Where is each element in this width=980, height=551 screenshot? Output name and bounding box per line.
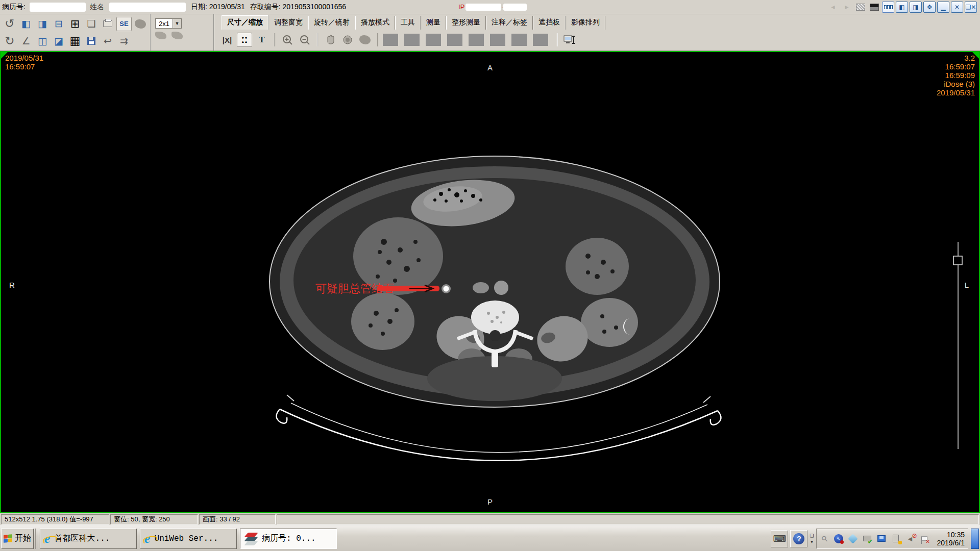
roi-blob-icon[interactable]	[357, 33, 373, 47]
dither-pattern-icon[interactable]	[854, 2, 867, 13]
internet-explorer-icon: e	[144, 531, 151, 546]
slice-position-handle[interactable]	[953, 256, 962, 265]
redacted-record-number	[30, 3, 86, 12]
close-icon[interactable]: ✕	[951, 2, 963, 13]
contrast-invert-icon[interactable]	[868, 2, 880, 13]
start-button-label: 开始	[15, 533, 31, 544]
nav-back-icon[interactable]: ◄	[827, 2, 839, 13]
window-preset-7[interactable]	[511, 34, 527, 46]
tray-clock[interactable]: 10:35 2019/6/1	[934, 531, 965, 547]
panel-b-icon[interactable]: ◪	[51, 34, 66, 48]
tab-image-arrange[interactable]: 影像排列	[566, 16, 605, 30]
true-size-button[interactable]: T	[254, 33, 270, 47]
fullscreen-icon[interactable]: ✥	[923, 2, 936, 13]
toolbar-icon-block: ↺ ◧ ◨ ⊟ ⊞ ❏ SE ↻ ∠ ◫ ◪ ▦ ↩ ⇉	[0, 14, 151, 51]
layout-grid-2x2-icon[interactable]: ⊞	[67, 17, 83, 31]
titlebar-buttons: ◄ ► ◧ ◨ ✥ ▁ ✕ ❏✕	[827, 2, 977, 13]
status-frame-counter: 画面: 33 / 92	[199, 514, 276, 524]
rotate-icon[interactable]: ↻	[2, 34, 17, 48]
ct-image[interactable]: 可疑胆总管结石	[1, 52, 979, 512]
tab-annotation-label[interactable]: 注释／标签	[486, 16, 533, 30]
window-preset-5[interactable]	[469, 34, 484, 46]
pan-hand-icon[interactable]	[323, 33, 338, 47]
help-tray-button[interactable]: ?	[790, 530, 807, 547]
layout-split-bottom-icon[interactable]: ⊟	[51, 17, 66, 31]
undo-icon[interactable]: ↺	[2, 17, 17, 31]
image-viewport[interactable]: 2019/05/31 16:59:07 3.2 16:59:07 16:59:0…	[0, 51, 980, 513]
pixel-size-button[interactable]: |X|	[219, 33, 235, 47]
magnify-glass-icon[interactable]	[340, 33, 355, 47]
overlay-time1: 16:59:07	[937, 62, 975, 71]
zoom-out-icon[interactable]	[297, 33, 312, 47]
help-icon: ?	[793, 533, 804, 544]
caliper-icon[interactable]: ∠	[18, 34, 34, 48]
volume-muted-icon[interactable]: ◄	[905, 534, 915, 543]
error-flag-icon[interactable]	[920, 534, 929, 543]
tab-window-level[interactable]: 调整窗宽	[268, 16, 308, 30]
split-view-icon[interactable]: ◧	[896, 2, 908, 13]
restore-windows-icon[interactable]: ❏	[810, 533, 814, 538]
network-display-icon[interactable]	[877, 534, 887, 543]
status-window-level: 窗位: 50, 窗宽: 250	[110, 514, 198, 524]
tab-measure[interactable]: 测量	[421, 16, 446, 30]
task-button-uniweb[interactable]: e UniWeb Ser...	[140, 529, 237, 549]
filmstrip-view-icon[interactable]	[882, 2, 894, 13]
layout-split-left-icon[interactable]: ◧	[18, 17, 34, 31]
copy-series-icon[interactable]: ❏	[84, 17, 99, 31]
tray-mini-buttons: ❏ ▾	[810, 533, 814, 544]
window-preset-2[interactable]	[404, 34, 420, 46]
show-desktop-button[interactable]	[971, 529, 979, 549]
tray-expand-icon[interactable]: ▾	[811, 539, 813, 544]
sort-images-icon[interactable]: ⇉	[116, 34, 132, 48]
layout-selector[interactable]: 2x1 ▼	[155, 18, 182, 29]
tab-tools[interactable]: 工具	[395, 16, 421, 30]
tab-rotate-mirror[interactable]: 旋转／镜射	[308, 16, 355, 30]
window-preset-8[interactable]	[533, 34, 548, 46]
print-icon[interactable]	[100, 17, 115, 31]
search-tray-icon[interactable]: ⚲	[820, 534, 829, 543]
redacted-ip	[465, 4, 501, 11]
fit-to-window-button[interactable]: ▾ ▾▴ ▴	[237, 33, 252, 47]
start-button[interactable]: 开始	[1, 529, 34, 549]
grid-alt-icon[interactable]: ▦	[67, 34, 83, 48]
tab-cine-mode[interactable]: 播放模式	[355, 16, 395, 30]
flame-utility-icon[interactable]	[848, 534, 858, 543]
annotation-label[interactable]: 可疑胆总管结石	[315, 282, 394, 295]
overlay-top-right: 3.2 16:59:07 16:59:09 iDose (3) 2019/05/…	[937, 54, 975, 97]
disabled-tool-icon	[155, 32, 166, 39]
panel-a-icon[interactable]: ◫	[35, 34, 50, 48]
tab-ortho-measure[interactable]: 整形测量	[446, 16, 486, 30]
stamp-blob-icon[interactable]	[133, 17, 148, 31]
series-mode-button[interactable]: SE	[116, 17, 132, 31]
tab-size-zoom[interactable]: 尺寸／缩放	[222, 15, 268, 30]
window-preset-3[interactable]	[426, 34, 441, 46]
chevron-down-icon[interactable]: ▼	[173, 19, 181, 28]
revert-icon[interactable]: ↩	[100, 34, 115, 48]
tab-shutter[interactable]: 遮挡板	[533, 16, 566, 30]
window-preset-1[interactable]	[383, 34, 398, 46]
toolbar-row-1: ↺ ◧ ◨ ⊟ ⊞ ❏ SE	[2, 15, 148, 33]
minimize-icon[interactable]: ▁	[937, 2, 949, 13]
security-clipboard-icon[interactable]	[891, 534, 901, 543]
accession-number-text: 存取编号: 2019053100001656	[250, 3, 346, 12]
ct-axial-slice: 可疑胆总管结石	[1, 52, 979, 512]
layout-split-right-icon[interactable]: ◨	[35, 17, 50, 31]
orientation-posterior: P	[487, 497, 493, 506]
task-button-hospital-site[interactable]: e 首都医科大...	[40, 529, 137, 549]
save-icon[interactable]	[84, 34, 99, 48]
monitor-agent-icon[interactable]: ∿	[834, 534, 844, 543]
orientation-right: R	[9, 281, 15, 289]
zoom-tool-row: |X| ▾ ▾▴ ▴ T	[214, 30, 980, 51]
zoom-in-icon[interactable]	[280, 33, 295, 47]
printer-ready-icon[interactable]: ✔	[863, 534, 872, 543]
display-settings-icon[interactable]	[562, 33, 578, 47]
separator	[557, 33, 558, 46]
close-all-icon[interactable]: ❏✕	[965, 2, 977, 13]
window-preset-4[interactable]	[447, 34, 462, 46]
window-preset-6[interactable]	[490, 34, 505, 46]
toolbar-tab-block: 尺寸／缩放 调整窗宽 旋转／镜射 播放模式 工具 测量 整形测量 注释／标签 遮…	[214, 14, 980, 51]
task-button-pacs-active[interactable]: 病历号: 0...	[240, 529, 337, 549]
split-view-alt-icon[interactable]: ◨	[910, 2, 922, 13]
nav-forward-icon[interactable]: ►	[841, 2, 853, 13]
keyboard-layout-icon[interactable]: ⌨	[771, 530, 788, 547]
